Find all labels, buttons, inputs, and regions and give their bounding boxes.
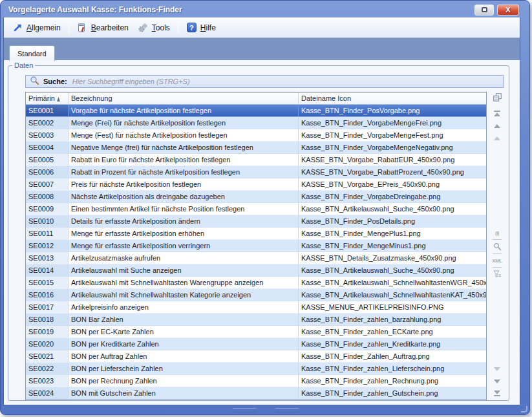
table-row[interactable]: SE0015Artikelauswahl mit Schnellwahltast… bbox=[26, 277, 486, 289]
cell-primary-index: SE0022 bbox=[26, 363, 69, 374]
page-down-button[interactable] bbox=[491, 376, 503, 386]
cell-primary-index: SE0003 bbox=[26, 129, 69, 141]
table-row[interactable]: SE0023BON per Rechnung ZahlenKasse_BTN_F… bbox=[26, 375, 486, 387]
table-row[interactable]: SE0019BON per EC-Karte ZahlenKasse_BTN_F… bbox=[26, 326, 486, 338]
table-row[interactable]: SE0010Details für erfasste Artikelpositi… bbox=[26, 215, 486, 228]
title-bar[interactable]: Vorgelagerte Auswahl Kasse: Funktions-Fi… bbox=[3, 1, 520, 17]
grid-body: SE0001Vorgabe für nächste Artikelpositio… bbox=[26, 105, 486, 400]
tab-strip: Standard bbox=[4, 38, 520, 60]
sort-icon bbox=[56, 96, 61, 102]
table-row[interactable]: SE0020BON per Kreditkarte ZahlenKasse_BT… bbox=[26, 338, 486, 350]
table-header: Primärin Bezeichnung bbox=[26, 92, 486, 105]
table-row[interactable]: SE0018BON Bar ZahlenKasse_BTN_Finder_zah… bbox=[26, 314, 486, 326]
client-area: Allgemein Bearbeiten bbox=[3, 17, 520, 405]
table-row[interactable]: SE0016Artikelauswahl mit Schnellwahltast… bbox=[26, 289, 486, 301]
cell-bezeichnung: BON Bar Zahlen bbox=[69, 314, 299, 325]
menu-item-tools[interactable]: Tools bbox=[133, 20, 175, 35]
cell-dateiname: Kasse_BTN_Finder_VorgabeMengeFrei.png bbox=[299, 117, 486, 129]
go-last-button[interactable] bbox=[491, 389, 503, 398]
cell-dateiname: Kasse_BTN_Finder_PosDetails.png bbox=[299, 215, 486, 227]
cell-bezeichnung: Menge für erfasste Artikelposition erhöh… bbox=[69, 228, 299, 239]
cell-primary-index: SE0007 bbox=[26, 178, 69, 190]
search-input[interactable] bbox=[71, 77, 499, 86]
table-row[interactable]: SE0006Rabatt in Prozent für nächste Arti… bbox=[26, 166, 486, 178]
table-row[interactable]: SE0014Artikelauswahl mit Suche anzeigenK… bbox=[26, 264, 486, 277]
cell-bezeichnung: BON per EC-Karte Zahlen bbox=[69, 326, 299, 337]
filter-button[interactable] bbox=[493, 270, 502, 278]
grid-search-button[interactable] bbox=[493, 242, 502, 251]
table-row[interactable]: SE0008Nächste Artikelposition als dreing… bbox=[26, 191, 486, 203]
tab-standard[interactable]: Standard bbox=[9, 45, 55, 61]
arrow-up-right-icon bbox=[12, 22, 23, 33]
cell-dateiname: Kasse_BTN_Finder_MengeMinus1.png bbox=[299, 240, 486, 251]
cell-dateiname: Kasse_BTN_Finder_zahlen_ECKarte.png bbox=[299, 326, 486, 337]
table-row[interactable]: SE0002Menge (Frei) für nächste Artikelpo… bbox=[26, 117, 486, 129]
table-row[interactable]: SE0007Preis für nächste Artikelposition … bbox=[26, 178, 486, 191]
cell-primary-index: SE0005 bbox=[26, 154, 69, 166]
cell-dateiname: Kasse_BTN_Finder_zahlen_barzahlung.png bbox=[299, 314, 486, 325]
table-row[interactable]: SE0003Menge (Fest) für nächste Artikelpo… bbox=[26, 129, 486, 142]
table-row[interactable]: SE0022BON per Lieferschein ZahlenKasse_B… bbox=[26, 363, 486, 375]
resize-grip[interactable] bbox=[232, 408, 299, 412]
row-count-button[interactable]: (l) bbox=[495, 229, 499, 237]
table-row[interactable]: SE0011Menge für erfasste Artikelposition… bbox=[26, 228, 486, 240]
page-up-button[interactable] bbox=[491, 121, 503, 131]
cell-primary-index: SE0020 bbox=[26, 338, 69, 350]
row-down-button[interactable] bbox=[491, 364, 503, 374]
xml-export-button[interactable]: XML bbox=[492, 257, 502, 264]
table-row[interactable]: SE0001Vorgabe für nächste Artikelpositio… bbox=[26, 105, 486, 117]
cell-bezeichnung: Details für erfasste Artikelposition änd… bbox=[69, 215, 299, 227]
cell-dateiname: Kasse_BTN_Artikelauswahl_Suche_450x90.pn… bbox=[299, 203, 486, 215]
gears-icon bbox=[138, 22, 149, 33]
table-row[interactable]: SE0017Artikelpreisinfo anzeigenKASSE_MEN… bbox=[26, 301, 486, 314]
cell-dateiname: Kasse_BTN_Finder_zahlen_Rechnung.png bbox=[299, 375, 486, 387]
table-row[interactable]: SE0004Negative Menge (frei) für nächste … bbox=[26, 142, 486, 154]
cell-primary-index: SE0023 bbox=[26, 375, 69, 387]
groupbox-label: Daten bbox=[12, 61, 35, 69]
table-row[interactable]: SE0021BON per Auftrag ZahlenKasse_BTN_Fi… bbox=[26, 350, 486, 363]
table-row[interactable]: SE0012Menge für erfasste Artikelposition… bbox=[26, 240, 486, 252]
column-header-dateiname[interactable]: Dateiname Icon bbox=[299, 92, 486, 104]
close-button[interactable]: X bbox=[497, 5, 519, 16]
cell-bezeichnung: Artikelzusatzmaske aufrufen bbox=[69, 252, 299, 264]
last-row-icon bbox=[494, 395, 500, 396]
column-header-primary-index[interactable]: Primärin bbox=[26, 92, 69, 104]
table-row[interactable]: SE0024BON mit Gutschein ZahlenKasse_BTN_… bbox=[26, 387, 486, 400]
navigator-divider bbox=[493, 267, 502, 268]
menu-item-allgemein[interactable]: Allgemein bbox=[8, 20, 65, 35]
table-row[interactable]: SE0013Artikelzusatzmaske aufrufenKASSE_B… bbox=[26, 252, 486, 264]
menu-label: Bearbeiten bbox=[91, 23, 129, 32]
cell-dateiname: Kasse_BTN_Finder_PosVorgabe.png bbox=[299, 105, 486, 116]
cell-dateiname: Kasse_BTN_Finder_Zahlen_Auftrag.png bbox=[299, 350, 486, 362]
minimize-button[interactable] bbox=[474, 5, 494, 16]
main-toolbar: Allgemein Bearbeiten bbox=[4, 17, 520, 38]
table-row[interactable]: SE0009Einen bestimmten Artikel für nächs… bbox=[26, 203, 486, 215]
menu-item-hilfe[interactable]: ? Hilfe bbox=[182, 20, 220, 35]
search-label: Suche: bbox=[43, 78, 67, 85]
filter-icon bbox=[493, 270, 502, 278]
table-row[interactable]: SE0005Rabatt in Euro für nächste Artikel… bbox=[26, 154, 486, 166]
go-first-button[interactable] bbox=[491, 109, 503, 118]
grid-wrap: Primärin Bezeichnung bbox=[25, 92, 509, 400]
cell-bezeichnung: Einen bestimmten Artikel für nächste Pos… bbox=[69, 203, 299, 215]
cell-bezeichnung: Nächste Artikelposition als dreingabe da… bbox=[69, 191, 299, 202]
dialog-window: Vorgelagerte Auswahl Kasse: Funktions-Fi… bbox=[0, 0, 530, 415]
cell-primary-index: SE0016 bbox=[26, 289, 69, 301]
cell-bezeichnung: BON per Lieferschein Zahlen bbox=[69, 363, 299, 374]
cell-dateiname: Kasse_BTN_Finder_VorgabeDreingabe.png bbox=[299, 191, 486, 202]
column-chooser-button[interactable] bbox=[491, 92, 503, 102]
column-header-bezeichnung[interactable]: Bezeichnung bbox=[69, 92, 299, 104]
resize-corner[interactable] bbox=[521, 406, 527, 412]
cell-dateiname: Kasse_BTN_Artikelauswahl_Schnellwahltast… bbox=[299, 277, 486, 288]
cell-dateiname: Kasse_BTN_Finder_MengePlus1.png bbox=[299, 228, 486, 239]
cell-bezeichnung: Negative Menge (frei) für nächste Artike… bbox=[69, 142, 299, 153]
cell-primary-index: SE0001 bbox=[26, 105, 69, 116]
menu-label: Hilfe bbox=[200, 23, 216, 32]
cell-primary-index: SE0006 bbox=[26, 166, 69, 178]
help-icon: ? bbox=[186, 22, 197, 33]
arrow-up-icon bbox=[494, 136, 500, 140]
cell-primary-index: SE0002 bbox=[26, 117, 69, 129]
menu-item-bearbeiten[interactable]: Bearbeiten bbox=[72, 20, 133, 35]
menu-label: Allgemein bbox=[27, 23, 61, 32]
row-up-button[interactable] bbox=[491, 133, 503, 143]
